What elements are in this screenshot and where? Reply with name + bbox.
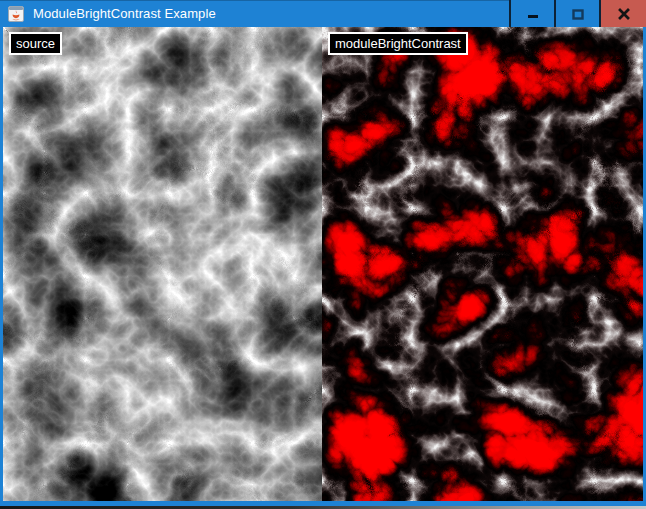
module-brightcontrast-image-label: moduleBrightContrast — [328, 32, 468, 55]
module-brightcontrast-image-panel: moduleBrightContrast — [322, 27, 643, 501]
source-image — [3, 27, 322, 501]
module-brightcontrast-image — [322, 27, 643, 501]
titlebar[interactable]: ModuleBrightContrast Example — [0, 0, 646, 27]
window-controls — [509, 0, 646, 27]
maximize-icon — [571, 7, 585, 21]
minimize-button[interactable] — [509, 0, 554, 27]
maximize-button[interactable] — [554, 0, 599, 27]
java-coffee-cup-icon — [8, 6, 24, 22]
content-area: source moduleBrightCont — [0, 27, 646, 501]
minimize-icon — [526, 7, 540, 21]
close-button[interactable] — [599, 0, 646, 27]
close-icon — [617, 7, 631, 21]
window-title: ModuleBrightContrast Example — [33, 6, 216, 21]
source-image-panel: source — [3, 27, 322, 501]
app-window: ModuleBrightContrast Example — [0, 0, 646, 509]
source-image-label: source — [9, 32, 62, 55]
